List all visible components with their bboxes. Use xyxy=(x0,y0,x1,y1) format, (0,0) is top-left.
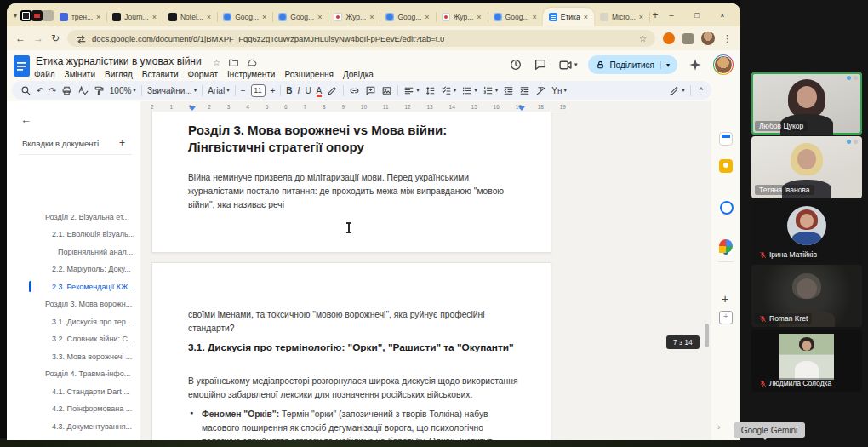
add-comment-icon[interactable] xyxy=(365,85,376,96)
participant-tile[interactable]: Любов Цукор xyxy=(751,72,862,135)
outline-item[interactable]: Розділ 2. Візуальна ет... xyxy=(45,213,129,221)
maximize-button[interactable]: □ xyxy=(684,3,710,26)
bold-button[interactable]: B xyxy=(286,86,292,95)
back-button[interactable]: ← xyxy=(15,32,26,44)
add-tab-button[interactable]: + xyxy=(119,137,125,149)
extension-icon[interactable] xyxy=(663,32,675,44)
version-history-icon[interactable] xyxy=(509,58,523,72)
zoom-select[interactable]: 100%▾ xyxy=(110,86,136,95)
paragraph-style-select[interactable]: Звичайни...▾ xyxy=(147,86,197,95)
insert-link-icon[interactable] xyxy=(349,85,360,96)
close-tab-icon[interactable]: × xyxy=(262,13,266,21)
browser-tab[interactable]: Goog...× xyxy=(380,8,435,26)
pinned-tab-3[interactable] xyxy=(43,7,54,24)
move-folder-icon[interactable] xyxy=(228,57,239,68)
underline-button[interactable]: U xyxy=(305,86,311,95)
browser-tab-active[interactable]: Етика× xyxy=(543,8,594,26)
browser-tab[interactable]: Жур...× xyxy=(328,8,380,26)
menu-insert[interactable]: Вставити xyxy=(142,70,179,79)
outline-item[interactable]: Розділ 3. Мова ворожн... xyxy=(45,300,132,308)
editing-mode-select[interactable]: ▾ xyxy=(669,85,685,96)
meet-video-button[interactable]: ▾ xyxy=(558,58,578,72)
addon-icon[interactable] xyxy=(719,311,733,324)
close-tab-icon[interactable]: × xyxy=(425,13,429,21)
insert-image-icon[interactable] xyxy=(381,85,392,96)
document-page-7[interactable]: Розділ 3. Мова ворожнечі vs Мова війни: … xyxy=(151,112,551,253)
share-dropdown[interactable]: ▾ xyxy=(660,61,670,69)
font-size-field[interactable]: 11 xyxy=(251,84,266,97)
search-icon[interactable] xyxy=(20,85,31,96)
extensions-puzzle-icon[interactable] xyxy=(682,33,694,44)
numbered-list-select[interactable]: ▾ xyxy=(483,85,499,96)
redo-icon[interactable]: ↷ xyxy=(49,86,55,95)
menu-tools[interactable]: Інструменти xyxy=(227,70,275,79)
outline-item[interactable]: 3.1. Дискусія про тер... xyxy=(52,318,132,326)
menu-extensions[interactable]: Розширення xyxy=(284,70,333,79)
forward-button[interactable]: → xyxy=(33,32,43,44)
gemini-sparkle-icon[interactable] xyxy=(688,58,702,72)
browser-tab[interactable]: трен...× xyxy=(54,8,106,26)
outline-item[interactable]: 3.3. Мова ворожнечі ... xyxy=(52,352,132,361)
indent-marker-right[interactable] xyxy=(518,106,525,111)
outline-item[interactable]: 4.1. Стандарти Dart ... xyxy=(52,387,130,396)
browser-profile-avatar[interactable] xyxy=(701,32,715,45)
italic-button[interactable]: I xyxy=(298,86,300,95)
get-addons-button[interactable]: + xyxy=(722,292,728,306)
spellcheck-icon[interactable] xyxy=(77,85,89,96)
browser-tab[interactable]: Goog...× xyxy=(272,8,328,26)
line-spacing-icon[interactable] xyxy=(425,85,436,96)
comments-icon[interactable] xyxy=(534,58,547,72)
hide-menus-button[interactable]: ^ xyxy=(700,86,703,95)
menu-view[interactable]: Вигляд xyxy=(105,70,133,79)
browser-tab[interactable]: Goog...× xyxy=(217,8,272,26)
decrease-font-button[interactable]: − xyxy=(241,86,246,95)
bookmark-star-icon[interactable]: ☆ xyxy=(639,34,647,43)
browser-menu-icon[interactable]: ⋮ xyxy=(722,33,732,44)
share-button[interactable]: Поділитися ▾ xyxy=(588,55,677,74)
document-page-8[interactable]: своїми іменами, та токсичною "мовою воро… xyxy=(151,262,551,440)
keep-icon[interactable] xyxy=(719,159,733,173)
tasks-icon[interactable] xyxy=(719,200,733,214)
close-tab-icon[interactable]: × xyxy=(96,13,100,21)
maps-icon[interactable] xyxy=(719,239,733,253)
browser-tab[interactable]: Жур...× xyxy=(436,8,488,26)
participant-tile[interactable]: Тетяна Іванова xyxy=(751,136,862,198)
highlight-color-icon[interactable] xyxy=(327,85,338,96)
address-bar[interactable]: docs.google.com/document/d/1jBMXPF_Fqq6z… xyxy=(67,30,655,47)
menu-file[interactable]: Файл xyxy=(34,70,55,79)
site-info-icon[interactable] xyxy=(76,33,87,44)
star-document-icon[interactable]: ☆ xyxy=(213,58,220,67)
bulleted-list-select[interactable]: ▾ xyxy=(461,85,477,96)
text-color-button[interactable]: A xyxy=(317,86,323,95)
browser-tab[interactable]: Micro...× xyxy=(594,8,649,26)
document-title[interactable]: Етика журналістики в умовах війни xyxy=(36,55,202,67)
align-select[interactable]: ▾ xyxy=(403,85,420,96)
cloud-status-icon[interactable] xyxy=(247,57,258,68)
undo-icon[interactable]: ↶ xyxy=(37,86,43,95)
close-tab-icon[interactable]: × xyxy=(639,13,643,21)
increase-font-button[interactable]: + xyxy=(271,86,276,95)
participant-tile[interactable]: Людмила Солодка xyxy=(751,330,862,392)
calendar-icon[interactable] xyxy=(719,132,733,146)
checklist-select[interactable]: ▾ xyxy=(441,85,457,96)
hide-panel-chevron[interactable]: › xyxy=(717,421,721,432)
browser-tab[interactable]: Journ...× xyxy=(106,8,163,26)
translate-button[interactable]: Yн▾ xyxy=(551,86,567,95)
menu-format[interactable]: Формат xyxy=(188,70,219,79)
pinned-tab-1[interactable] xyxy=(20,7,31,24)
new-tab-button[interactable]: + xyxy=(652,7,659,24)
browser-tab[interactable]: Notel...× xyxy=(163,8,217,26)
outline-item[interactable]: 4.4. Безпека та психі... xyxy=(52,439,132,440)
outline-item[interactable]: Розділ 4. Травма-інфо... xyxy=(45,370,130,378)
outline-item[interactable]: 2.1. Еволюція візуаль... xyxy=(52,230,134,238)
refresh-button[interactable]: ↻ xyxy=(51,32,60,44)
close-tab-icon[interactable]: × xyxy=(207,13,211,21)
account-avatar[interactable] xyxy=(713,54,734,75)
back-arrow-icon[interactable]: ← xyxy=(20,113,31,126)
close-tab-icon[interactable]: × xyxy=(317,13,322,21)
menu-help[interactable]: Довідка xyxy=(343,70,374,79)
participant-tile[interactable]: Roman Kret xyxy=(751,265,862,327)
close-tab-icon[interactable]: × xyxy=(369,13,374,21)
close-tab-icon[interactable]: × xyxy=(152,13,157,21)
vertical-scrollbar[interactable] xyxy=(705,324,709,347)
